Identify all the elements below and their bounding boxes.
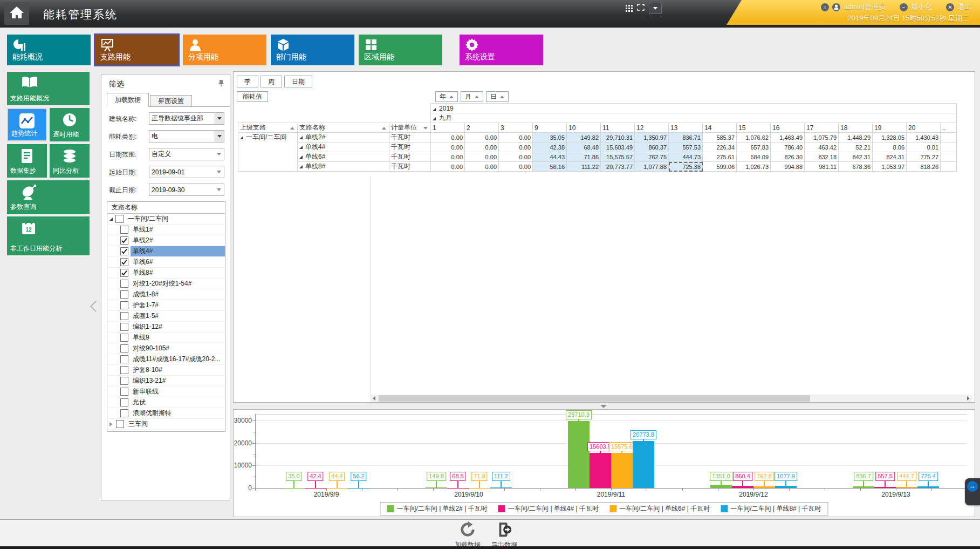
sidebar-tile-yoy-analysis[interactable]: 同比分析	[50, 144, 90, 178]
home-button[interactable]	[4, 2, 29, 25]
tree-item[interactable]: 成缆11#成缆16-17#成缆20-2...	[107, 354, 225, 365]
value-cell[interactable]: 0.00	[499, 143, 533, 152]
sidebar-tile-data-collection[interactable]: 数据集抄	[7, 144, 47, 178]
value-cell[interactable]: 226.34	[703, 143, 737, 152]
value-cell[interactable]: 0.00	[465, 133, 499, 143]
day-column-header[interactable]: 9	[533, 123, 567, 133]
branch-cell[interactable]: 单线2#	[298, 133, 389, 143]
tree-checkbox[interactable]	[120, 355, 128, 363]
value-cell[interactable]: 842.31	[839, 152, 873, 162]
value-cell[interactable]: 1,350.97	[635, 133, 669, 143]
tree-checkbox[interactable]	[120, 236, 128, 245]
value-cell[interactable]: 1,026.73	[737, 162, 771, 172]
dropdown-arrow-icon[interactable]	[215, 131, 224, 142]
nav-tile-energy-overview[interactable]: 能耗概况	[7, 35, 91, 65]
value-cell[interactable]: 44.43	[533, 152, 567, 162]
axis-field-button[interactable]: 年	[435, 91, 458, 102]
nav-tile-system-settings[interactable]: 系统设置	[460, 35, 543, 65]
value-cell[interactable]: 463.42	[805, 143, 839, 152]
tree-item[interactable]: 成缆1-8#	[107, 289, 225, 300]
value-cell[interactable]: 0.00	[499, 162, 533, 172]
sidebar-tile-nonworkday-analysis[interactable]: 12非工作日用能分析	[7, 216, 90, 255]
day-column-header[interactable]: 20	[907, 123, 941, 133]
expanded-arrow-icon[interactable]	[109, 218, 113, 221]
tree-item[interactable]: 成圈1-5#	[107, 311, 225, 322]
tree-item[interactable]: 编织1-12#	[107, 322, 225, 333]
chevron-down-icon[interactable]	[214, 171, 224, 173]
chevron-down-icon[interactable]	[649, 3, 662, 14]
filter-field-dropdown[interactable]: 2019-09-30	[149, 184, 224, 196]
value-cell[interactable]: 0.01	[907, 143, 941, 152]
sidebar-tile-parameter-query[interactable]: 参数查询	[7, 180, 90, 214]
expand-arrows-icon[interactable]	[636, 3, 645, 13]
value-cell[interactable]: 0.00	[465, 162, 499, 172]
value-cell[interactable]: 0.00	[431, 162, 465, 172]
tree-checkbox[interactable]	[120, 409, 128, 417]
period-button[interactable]: 日期	[284, 76, 312, 87]
day-column-header[interactable]: 3	[499, 123, 533, 133]
axis-field-button[interactable]: 日	[486, 91, 509, 102]
tree-checkbox[interactable]	[120, 366, 128, 374]
tree-checkbox[interactable]	[120, 334, 128, 342]
value-cell[interactable]: 0.00	[431, 152, 465, 162]
value-cell[interactable]: 0.00	[499, 152, 533, 162]
tree-item[interactable]: 单线6#	[107, 257, 225, 268]
branch-cell[interactable]: 单线8#	[298, 162, 389, 172]
day-column-header[interactable]: 10	[567, 123, 601, 133]
tree-checkbox[interactable]	[120, 323, 128, 331]
nav-tile-branch-energy[interactable]: 支路用能	[95, 35, 179, 65]
value-cell[interactable]: 1,077.88	[635, 162, 669, 172]
tree-checkbox[interactable]	[116, 420, 124, 428]
value-cell[interactable]: 981.11	[805, 162, 839, 172]
tree-item[interactable]: 编织13-21#	[107, 376, 225, 387]
value-cell[interactable]: 8.06	[873, 143, 907, 152]
grid-dots-icon[interactable]	[626, 5, 633, 12]
value-cell[interactable]: 0.00	[465, 143, 499, 152]
tree-item[interactable]: 单线8#	[107, 268, 225, 279]
export-data-button[interactable]: 导出数据	[489, 521, 520, 549]
pin-icon[interactable]	[218, 79, 224, 89]
scroll-right-arrow-icon[interactable]	[964, 395, 972, 402]
close-icon[interactable]: ✕	[946, 3, 954, 11]
tree-checkbox[interactable]	[120, 388, 128, 396]
dropdown-arrow-icon[interactable]	[215, 113, 224, 124]
day-column-header[interactable]: 11	[601, 123, 635, 133]
value-cell[interactable]: 1,448.29	[839, 133, 873, 143]
day-column-header[interactable]: 1	[431, 123, 465, 133]
value-cell[interactable]: 15,575.57	[601, 152, 635, 162]
tree-checkbox[interactable]	[120, 312, 128, 320]
tree-checkbox[interactable]	[120, 344, 128, 353]
tab-load-data[interactable]: 加载数据	[107, 93, 149, 107]
day-column-header[interactable]: 16	[771, 123, 805, 133]
value-cell[interactable]: 29,710.31	[601, 133, 635, 143]
value-cell[interactable]: 0.00	[431, 143, 465, 152]
tree-item[interactable]: 新串联线	[107, 387, 225, 397]
value-cell[interactable]: 762.75	[635, 152, 669, 162]
tree-item[interactable]: 一车间/二车间	[107, 214, 225, 225]
value-cell[interactable]: 1,053.97	[873, 162, 907, 172]
tree-checkbox[interactable]	[120, 247, 128, 255]
tree-checkbox[interactable]	[120, 258, 128, 266]
nav-tile-department-energy[interactable]: 部门用能	[271, 35, 354, 65]
collapse-panel-chevron-icon[interactable]	[90, 301, 101, 312]
value-cell[interactable]: 56.16	[533, 162, 567, 172]
tree-checkbox[interactable]	[120, 269, 128, 277]
tab-ui-settings[interactable]: 界面设置	[150, 95, 192, 106]
sidebar-tile-hourly-energy[interactable]: 逐时用能	[50, 108, 90, 141]
tree-item[interactable]: 对绞1-20#对绞1-54#	[107, 279, 225, 289]
tree-checkbox[interactable]	[120, 290, 128, 299]
value-cell[interactable]: 71.86	[567, 152, 601, 162]
nav-tile-region-energy[interactable]: 区域用能	[359, 35, 442, 65]
scrollbar-thumb[interactable]	[379, 395, 810, 402]
period-button[interactable]: 周	[261, 76, 282, 87]
value-cell[interactable]: 42.38	[533, 143, 567, 152]
value-cell[interactable]: 15,603.49	[601, 143, 635, 152]
value-cell[interactable]: 826.30	[771, 152, 805, 162]
value-cell[interactable]: 584.09	[737, 152, 771, 162]
minimize-label[interactable]: 最小化	[911, 2, 932, 12]
parent-branch-cell[interactable]: 一车间/二车间	[238, 133, 298, 172]
sidebar-tile-branch-overview[interactable]: 支路用能概况	[7, 72, 90, 105]
tree-item[interactable]: 光伏	[107, 397, 225, 408]
tree-item[interactable]: 单线1#	[107, 225, 225, 235]
tree-item[interactable]: 浪潮优耐斯特	[107, 408, 225, 419]
